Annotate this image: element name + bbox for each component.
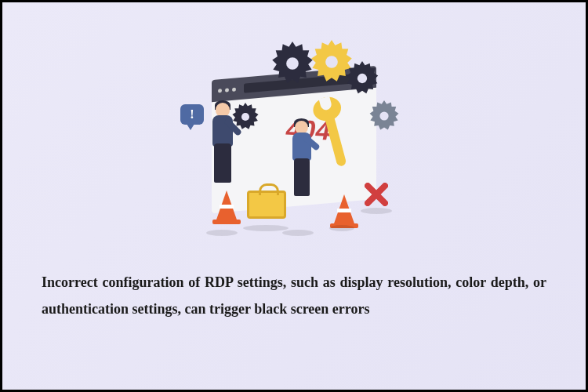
shadow [243,225,289,231]
shadow [361,208,392,214]
svg-point-0 [286,57,299,70]
gear-icon [231,103,260,131]
svg-point-4 [241,113,249,121]
exclamation-text: ! [190,107,194,122]
caption-text: Incorrect configuration of RDP settings,… [42,269,546,322]
worker-figure [282,116,321,206]
toolbox-icon [247,191,286,219]
worker-figure [200,96,239,191]
svg-point-2 [358,74,367,83]
x-error-icon [365,183,388,206]
shadow [282,230,314,236]
gear-icon [270,42,314,85]
svg-point-3 [379,111,388,120]
svg-point-1 [325,56,338,68]
gear-icon [345,61,379,96]
shadow [329,225,354,231]
traffic-cone-icon [216,191,238,222]
gear-icon [368,100,400,132]
shadow [206,230,238,236]
traffic-cone-icon [333,194,355,226]
error-illustration: 404 ! [169,26,419,245]
